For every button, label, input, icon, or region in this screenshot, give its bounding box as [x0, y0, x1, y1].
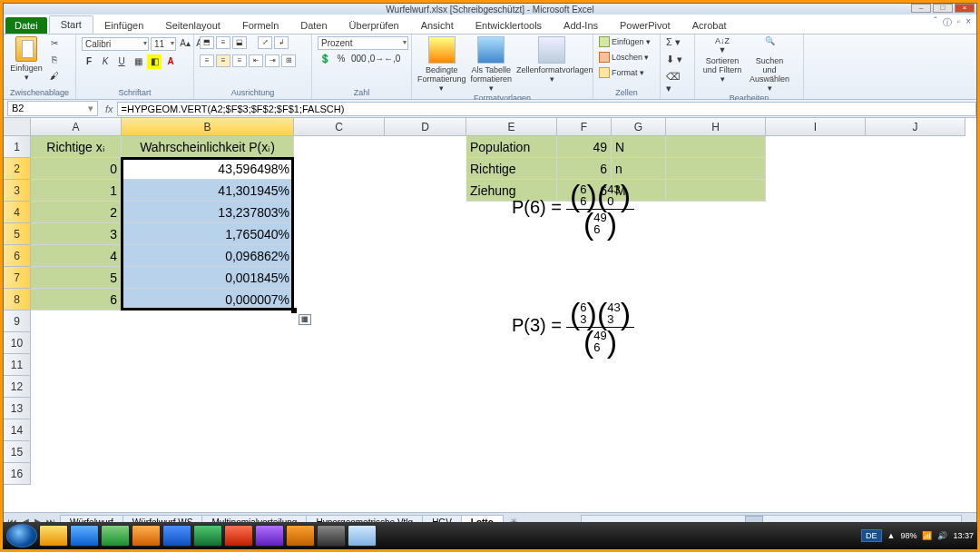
maximize-button[interactable]: □	[933, 4, 953, 13]
network-icon[interactable]: 📶	[922, 531, 932, 540]
taskbar-word-icon[interactable]	[162, 525, 191, 547]
taskbar-ppt-icon[interactable]	[224, 525, 253, 547]
taskbar-app1-icon[interactable]	[101, 525, 130, 547]
align-center-icon[interactable]: ≡	[216, 54, 230, 67]
tab-einfuegen[interactable]: Einfügen	[93, 17, 154, 34]
cell-A4[interactable]: 2	[31, 202, 122, 223]
cell-B3[interactable]: 41,301945%	[122, 180, 294, 202]
cell-G2[interactable]: n	[612, 158, 666, 180]
decrease-decimal-icon[interactable]: ←,0	[383, 52, 397, 66]
font-size-combo[interactable]: 11	[151, 37, 176, 51]
volume-icon[interactable]: 🔊	[937, 531, 947, 540]
cell-B5[interactable]: 1,765040%	[122, 223, 294, 245]
window-restore-icon[interactable]: ▫	[957, 16, 961, 29]
column-header-E[interactable]: E	[466, 118, 557, 136]
orientation-icon[interactable]: ⤢	[258, 36, 272, 49]
taskbar-explorer-icon[interactable]	[39, 525, 68, 547]
cell-A7[interactable]: 5	[31, 267, 122, 289]
minimize-button[interactable]: –	[911, 4, 931, 13]
cell-B8[interactable]: 0,000007%	[122, 289, 294, 310]
cell-F2[interactable]: 6	[557, 158, 612, 180]
row-header-15[interactable]: 15	[4, 441, 31, 463]
align-top-icon[interactable]: ⬒	[200, 36, 214, 49]
taskbar-app3-icon[interactable]	[286, 525, 315, 547]
increase-font-icon[interactable]: A▴	[178, 36, 192, 51]
row-header-16[interactable]: 16	[4, 463, 31, 485]
battery-pct[interactable]: 98%	[900, 531, 916, 540]
conditional-formatting-button[interactable]: Bedingte Formatierung ▾	[417, 36, 466, 93]
align-right-icon[interactable]: ≡	[232, 54, 247, 67]
cell-G1[interactable]: N	[612, 136, 666, 158]
increase-indent-icon[interactable]: ⇥	[265, 54, 279, 67]
tab-ansicht[interactable]: Ansicht	[410, 17, 465, 34]
sort-filter-button[interactable]: A↓Z ▼Sortieren und Filtern ▾	[701, 36, 744, 84]
insert-cells-button[interactable]: Einfügen ▾	[599, 36, 651, 47]
fx-icon[interactable]: fx	[105, 104, 113, 114]
clear-button[interactable]: ⌫ ▾	[666, 71, 689, 94]
tab-start[interactable]: Start	[49, 15, 93, 34]
format-cells-button[interactable]: Format ▾	[599, 67, 644, 78]
border-button[interactable]: ▦	[131, 54, 145, 69]
fill-button[interactable]: ⬇ ▾	[666, 54, 682, 65]
row-header-4[interactable]: 4	[4, 202, 31, 223]
windows-taskbar[interactable]: DE ▲ 98% 📶 🔊 13:37	[3, 522, 977, 549]
select-all-corner[interactable]	[4, 118, 31, 136]
row-header-6[interactable]: 6	[4, 245, 31, 267]
cell-B7[interactable]: 0,001845%	[122, 267, 294, 289]
tab-addins[interactable]: Add-Ins	[553, 17, 609, 34]
row-header-14[interactable]: 14	[4, 419, 31, 441]
cut-icon[interactable]: ✂	[47, 36, 62, 51]
align-bottom-icon[interactable]: ⬓	[232, 36, 247, 49]
decrease-indent-icon[interactable]: ⇤	[249, 54, 263, 67]
delete-cells-button[interactable]: Löschen ▾	[599, 52, 649, 63]
cell-A6[interactable]: 4	[31, 245, 122, 267]
cell-E2[interactable]: Richtige	[466, 158, 557, 180]
accounting-format-icon[interactable]: 💲	[318, 52, 332, 66]
autofill-options-icon[interactable]: ▦	[299, 314, 311, 325]
bold-button[interactable]: F	[82, 54, 96, 69]
align-left-icon[interactable]: ≡	[200, 54, 214, 67]
row-header-3[interactable]: 3	[4, 180, 31, 202]
row-header-12[interactable]: 12	[4, 376, 31, 398]
cell-B2[interactable]: 43,596498%	[122, 158, 294, 180]
taskbar-app5-icon[interactable]	[348, 525, 377, 547]
merge-center-icon[interactable]: ⊞	[281, 54, 296, 67]
format-as-table-button[interactable]: Als Tabelle formatieren ▾	[470, 36, 513, 93]
cell-A2[interactable]: 0	[31, 158, 122, 180]
font-name-combo[interactable]: Calibri	[82, 37, 149, 51]
row-header-10[interactable]: 10	[4, 332, 31, 354]
minimize-ribbon-icon[interactable]: ˆ	[934, 16, 936, 29]
systray-icon[interactable]: ▲	[887, 531, 896, 540]
cell-A1[interactable]: Richtige xᵢ	[31, 136, 122, 158]
format-painter-icon[interactable]: 🖌	[47, 69, 62, 84]
find-select-button[interactable]: 🔍Suchen und Auswählen ▾	[748, 36, 791, 93]
percent-format-icon[interactable]: %	[334, 52, 348, 66]
row-header-9[interactable]: 9	[4, 310, 31, 332]
comma-format-icon[interactable]: 000	[350, 52, 365, 66]
taskbar-excel-icon[interactable]	[193, 525, 222, 547]
fill-color-button[interactable]: ◧	[147, 54, 162, 69]
cell-B4[interactable]: 13,237803%	[122, 202, 294, 223]
taskbar-onenote-icon[interactable]	[255, 525, 284, 547]
cell-E1[interactable]: Population	[466, 136, 557, 158]
column-header-I[interactable]: I	[766, 118, 866, 136]
font-color-button[interactable]: A	[163, 54, 178, 69]
column-header-A[interactable]: A	[31, 118, 122, 136]
start-button[interactable]	[6, 524, 37, 547]
help-icon[interactable]: ⓘ	[943, 16, 952, 29]
column-header-B[interactable]: B	[122, 118, 294, 136]
column-header-C[interactable]: C	[294, 118, 385, 136]
cell-A8[interactable]: 6	[31, 289, 122, 310]
tab-powerpivot[interactable]: PowerPivot	[609, 17, 681, 34]
row-header-2[interactable]: 2	[4, 158, 31, 180]
row-header-1[interactable]: 1	[4, 136, 31, 158]
column-header-G[interactable]: G	[612, 118, 666, 136]
taskbar-app4-icon[interactable]	[317, 525, 346, 547]
italic-button[interactable]: K	[98, 54, 113, 69]
fill-handle[interactable]	[291, 308, 297, 313]
row-header-5[interactable]: 5	[4, 223, 31, 245]
row-header-7[interactable]: 7	[4, 267, 31, 289]
cell-H3[interactable]	[666, 180, 766, 202]
cell-H1[interactable]	[666, 136, 766, 158]
row-header-8[interactable]: 8	[4, 289, 31, 310]
